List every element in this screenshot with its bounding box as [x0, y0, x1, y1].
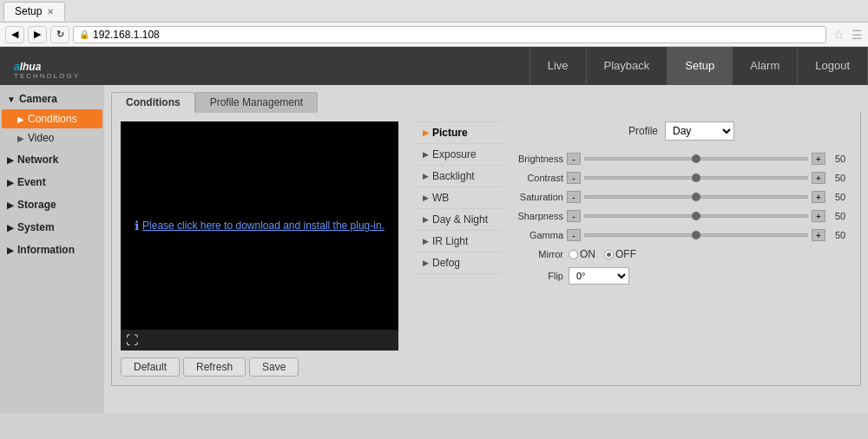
sidebar-group-information: ▶ Information	[0, 239, 104, 260]
mirror-row: Mirror ON OFF	[511, 248, 852, 260]
sidebar: ▼ Camera ▶ Conditions ▶ Video ▶ Network	[0, 85, 104, 413]
submenu-ir-light[interactable]: ▶ IR Light	[416, 231, 503, 252]
brightness-slider[interactable]	[584, 157, 808, 161]
sidebar-conditions-label: Conditions	[28, 113, 77, 125]
refresh-button[interactable]: Refresh	[183, 357, 246, 377]
camera-arrow-icon: ▼	[7, 95, 16, 104]
nav-tab-setup[interactable]: Setup	[667, 47, 732, 85]
day-night-arrow-icon: ▶	[423, 215, 429, 224]
sidebar-header-camera[interactable]: ▼ Camera	[0, 88, 104, 109]
bookmark-icon[interactable]: ☆	[833, 28, 845, 42]
conditions-arrow-icon: ▶	[17, 115, 24, 124]
logo: alhua TECHNOLOGY	[14, 53, 80, 80]
brightness-plus-button[interactable]: +	[812, 153, 825, 165]
saturation-slider[interactable]	[584, 195, 808, 199]
sidebar-header-storage[interactable]: ▶ Storage	[0, 194, 104, 215]
nav-tab-live[interactable]: Live	[529, 47, 586, 85]
video-player: ℹ Please click here to download and inst…	[121, 121, 398, 330]
tab-close-button[interactable]: ✕	[47, 7, 54, 16]
tab-profile-management[interactable]: Profile Management	[195, 92, 318, 113]
flip-select[interactable]: 0° 90° 180° 270°	[569, 267, 629, 285]
profile-select[interactable]: Day Night Normal	[665, 121, 734, 141]
sidebar-header-network[interactable]: ▶ Network	[0, 149, 104, 170]
sharpness-minus-button[interactable]: -	[567, 210, 581, 222]
fullscreen-button[interactable]: ⛶	[126, 333, 138, 347]
submenu-picture[interactable]: ▶ Picture	[416, 121, 503, 144]
gamma-plus-button[interactable]: +	[812, 229, 825, 241]
mirror-label: Mirror	[511, 249, 563, 259]
contrast-slider[interactable]	[584, 176, 808, 180]
sharpness-thumb[interactable]	[692, 212, 700, 220]
sidebar-group-storage: ▶ Storage	[0, 194, 104, 215]
submenu-day-night[interactable]: ▶ Day & Night	[416, 209, 503, 231]
mirror-on-option[interactable]: ON	[569, 248, 595, 260]
sharpness-slider[interactable]	[584, 214, 808, 218]
sidebar-item-conditions[interactable]: ▶ Conditions	[2, 109, 102, 128]
submenu-backlight[interactable]: ▶ Backlight	[416, 166, 503, 187]
tab-title: Setup	[15, 5, 42, 17]
sidebar-group-event: ▶ Event	[0, 172, 104, 193]
contrast-minus-button[interactable]: -	[567, 172, 581, 184]
profile-label: Profile	[628, 125, 658, 137]
brightness-row: Brightness - + 50	[511, 153, 852, 165]
menu-icon[interactable]: ☰	[852, 28, 863, 42]
saturation-value: 50	[829, 192, 852, 202]
sidebar-video-label: Video	[28, 132, 54, 144]
sidebar-item-video[interactable]: ▶ Video	[0, 128, 104, 147]
wb-arrow-icon: ▶	[423, 193, 429, 202]
contrast-value: 50	[829, 173, 852, 183]
video-action-buttons: Default Refresh Save	[121, 357, 407, 377]
plugin-link[interactable]: Please click here to download and instal…	[142, 220, 385, 232]
submenu-defog[interactable]: ▶ Defog	[416, 252, 503, 274]
save-button[interactable]: Save	[249, 357, 299, 377]
nav-tab-logout[interactable]: Logout	[797, 47, 868, 85]
sidebar-header-system[interactable]: ▶ System	[0, 217, 104, 238]
sidebar-camera-label: Camera	[19, 93, 57, 105]
panel-content: ℹ Please click here to download and inst…	[111, 113, 861, 386]
mirror-off-radio[interactable]	[604, 250, 614, 259]
mirror-off-option[interactable]: OFF	[604, 248, 636, 260]
contrast-plus-button[interactable]: +	[812, 172, 825, 184]
brightness-thumb[interactable]	[692, 154, 700, 163]
sharpness-plus-button[interactable]: +	[812, 210, 825, 222]
sidebar-header-information[interactable]: ▶ Information	[0, 239, 104, 260]
gamma-thumb[interactable]	[692, 231, 700, 239]
saturation-plus-button[interactable]: +	[812, 191, 825, 203]
contrast-thumb[interactable]	[692, 174, 700, 182]
submenu-exposure[interactable]: ▶ Exposure	[416, 144, 503, 166]
nav-tab-alarm[interactable]: Alarm	[732, 47, 797, 85]
saturation-label: Saturation	[511, 192, 563, 202]
submenu-backlight-label: Backlight	[432, 170, 475, 182]
sidebar-header-event[interactable]: ▶ Event	[0, 172, 104, 193]
gamma-value: 50	[829, 230, 852, 240]
reload-button[interactable]: ↻	[50, 26, 69, 43]
gamma-row: Gamma - + 50	[511, 229, 852, 241]
app-header: alhua TECHNOLOGY Live Playback Setup Ala…	[0, 47, 868, 85]
submenu-wb[interactable]: ▶ WB	[416, 187, 503, 209]
address-bar[interactable]: 🔒 192.168.1.108	[73, 26, 826, 43]
plugin-message[interactable]: ℹ Please click here to download and inst…	[135, 219, 385, 233]
back-button[interactable]: ◀	[5, 26, 24, 43]
ir-light-arrow-icon: ▶	[423, 237, 429, 246]
forward-button[interactable]: ▶	[28, 26, 47, 43]
saturation-thumb[interactable]	[692, 193, 700, 201]
logo-a: a	[14, 61, 20, 73]
mirror-on-radio[interactable]	[569, 250, 578, 259]
backlight-arrow-icon: ▶	[423, 172, 429, 180]
submenu-wb-label: WB	[432, 192, 449, 204]
default-button[interactable]: Default	[121, 357, 180, 377]
gamma-minus-button[interactable]: -	[567, 229, 581, 241]
video-area: ℹ Please click here to download and inst…	[121, 121, 407, 377]
gamma-slider[interactable]	[584, 233, 808, 237]
nav-tab-playback[interactable]: Playback	[586, 47, 667, 85]
defog-arrow-icon: ▶	[423, 259, 429, 267]
flip-row: Flip 0° 90° 180° 270°	[511, 267, 852, 285]
tab-conditions[interactable]: Conditions	[111, 92, 195, 113]
sharpness-value: 50	[829, 211, 852, 221]
video-arrow-icon: ▶	[17, 134, 24, 143]
saturation-minus-button[interactable]: -	[567, 191, 581, 203]
browser-tab[interactable]: Setup ✕	[3, 2, 65, 21]
brightness-label: Brightness	[511, 154, 563, 164]
mirror-on-label: ON	[580, 248, 595, 260]
brightness-minus-button[interactable]: -	[567, 153, 581, 165]
